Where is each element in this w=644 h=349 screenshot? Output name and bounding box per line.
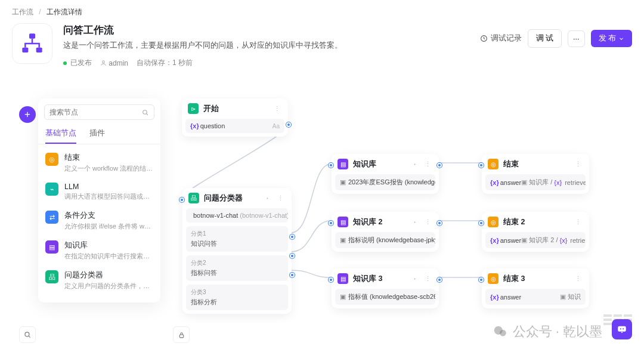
node-menu-icon[interactable]: ⋮	[573, 275, 583, 283]
svg-point-5	[143, 110, 147, 114]
port-out[interactable]	[286, 122, 291, 127]
lock-icon	[178, 331, 185, 339]
node-param: ▣2023年度ESG报告 (knowledgebase...	[335, 174, 435, 190]
svg-point-6	[25, 332, 29, 336]
play-icon[interactable]	[411, 219, 418, 226]
node-kb-3[interactable]: ▤ 知识库 3 ⋮ ▣指标值 (knowledgebase-scb26l)	[332, 268, 439, 308]
port-in[interactable]	[329, 277, 333, 282]
svg-point-3	[103, 60, 105, 63]
svg-point-11	[620, 328, 621, 329]
breadcrumb-sep: /	[39, 8, 41, 16]
publish-button[interactable]: 发 布	[591, 30, 632, 47]
node-title: 结束	[503, 159, 568, 169]
classifier-cat-2: 分类2指标问答	[186, 255, 288, 281]
classifier-cat-1: 分类1知识问答	[186, 226, 288, 252]
node-menu-icon[interactable]: ⋮	[573, 160, 583, 168]
page-desc: 这是一个问答工作流，主要是根据用户不同的问题，从对应的知识库中寻找答案。	[63, 41, 480, 51]
node-title: 结束 2	[503, 217, 568, 227]
port-in[interactable]	[479, 163, 484, 168]
search-icon[interactable]	[141, 109, 149, 116]
sitemap-icon	[20, 32, 44, 55]
classifier-icon: 品	[188, 193, 199, 203]
status-badge: 已发布	[63, 58, 92, 68]
node-palette: 基础节点 插件 ◎ 结束定义一个 workflow 流程的结束和... ⌁ LL…	[38, 98, 160, 302]
zoom-icon	[23, 331, 32, 339]
port-in[interactable]	[479, 221, 484, 226]
port-in[interactable]	[179, 197, 184, 202]
play-icon[interactable]	[264, 195, 271, 202]
port-in[interactable]	[329, 221, 333, 226]
node-end-2[interactable]: ◎ 结束 2 ⋮ {x}answer ▣知识库 2 / {x}retrie	[482, 212, 589, 252]
history-button[interactable]: 调试记录	[480, 33, 522, 44]
page-title: 问答工作流	[63, 23, 480, 37]
lock-button[interactable]	[173, 326, 190, 343]
tab-basic[interactable]: 基础节点	[45, 123, 76, 144]
node-param: {x}question Aa	[185, 119, 284, 133]
kb-icon: ▤	[338, 159, 348, 169]
workflow-icon	[12, 23, 52, 64]
tab-plugins[interactable]: 插件	[89, 123, 105, 144]
classifier-cat-3: 分类3指标分析	[186, 285, 288, 310]
search-input[interactable]	[49, 108, 141, 116]
node-title: 知识库 3	[353, 274, 407, 284]
node-title: 结束 3	[503, 274, 568, 284]
node-start[interactable]: ⊳ 开始 ⋮ {x}question Aa	[182, 98, 288, 137]
debug-button[interactable]: 调 试	[528, 29, 562, 48]
play-icon[interactable]	[411, 161, 418, 168]
palette-knowledge[interactable]: ▤ 知识库在指定的知识库中进行搜索，召回...	[38, 236, 160, 265]
chat-icon	[617, 324, 627, 335]
search-input-container	[44, 104, 154, 120]
port-out[interactable]	[437, 221, 442, 226]
zoom-button[interactable]	[19, 326, 36, 343]
node-param: ▣指标说明 (knowledgebase-jpky3j)	[335, 232, 435, 248]
port-out[interactable]	[437, 163, 442, 168]
breadcrumb-current: 工作流详情	[47, 8, 82, 16]
end-icon: ◎	[488, 159, 499, 169]
wechat-icon	[493, 324, 508, 339]
node-param: {x}answer ▣知识库 2 / {x}retrie	[485, 232, 586, 248]
port-out[interactable]	[437, 277, 442, 282]
chat-fab[interactable]	[612, 319, 632, 339]
kb-icon: ▤	[45, 240, 58, 254]
port-out-2[interactable]	[290, 254, 295, 258]
node-menu-icon[interactable]: ⋮	[423, 160, 433, 168]
node-end-3[interactable]: ◎ 结束 3 ⋮ {x}answer ▣知识	[482, 268, 589, 308]
breadcrumb: 工作流 / 工作流详情	[0, 0, 644, 21]
owner: admin	[100, 59, 128, 67]
palette-end[interactable]: ◎ 结束定义一个 workflow 流程的结束和...	[38, 148, 160, 178]
classifier-model: botnow-v1-chat (botnow-v1-chat)	[186, 208, 288, 223]
node-end-1[interactable]: ◎ 结束 ⋮ {x}answer ▣知识库 / {x}retrieve	[482, 154, 589, 194]
node-menu-icon[interactable]: ⋮	[272, 105, 282, 113]
kb-icon: ▤	[338, 217, 348, 227]
node-classifier[interactable]: 品 问题分类器 ⋮ botnow-v1-chat (botnow-v1-chat…	[182, 188, 292, 314]
palette-condition[interactable]: ⇄ 条件分支允许你根据 if/else 条件将 workflo...	[38, 206, 160, 236]
node-title: 知识库 2	[353, 217, 407, 227]
kb-icon: ▤	[338, 273, 348, 284]
node-kb-2[interactable]: ▤ 知识库 2 ⋮ ▣指标说明 (knowledgebase-jpky3j)	[332, 212, 439, 252]
node-kb-1[interactable]: ▤ 知识库 ⋮ ▣2023年度ESG报告 (knowledgebase...	[332, 154, 439, 194]
palette-classifier[interactable]: 品 问题分类器定义用户问题的分类条件，LLM 能...	[38, 265, 160, 295]
port-in[interactable]	[479, 277, 484, 282]
port-out-1[interactable]	[290, 234, 295, 239]
svg-point-12	[623, 328, 624, 329]
autosave: 自动保存：1 秒前	[137, 58, 193, 68]
palette-llm[interactable]: ⌁ LLM调用大语言模型回答问题或者对自...	[38, 178, 160, 206]
port-in[interactable]	[329, 163, 333, 168]
user-icon	[100, 60, 107, 66]
breadcrumb-root[interactable]: 工作流	[12, 8, 33, 16]
svg-rect-2	[36, 48, 42, 52]
port-out-3[interactable]	[290, 273, 295, 277]
add-node-fab[interactable]: +	[19, 106, 36, 123]
svg-rect-10	[618, 326, 626, 332]
play-icon[interactable]	[411, 276, 418, 282]
end-icon: ◎	[488, 217, 499, 227]
node-list: ◎ 结束定义一个 workflow 流程的结束和... ⌁ LLM调用大语言模型…	[38, 144, 160, 299]
node-menu-icon[interactable]: ⋮	[423, 275, 433, 283]
node-menu-icon[interactable]: ⋮	[573, 218, 583, 226]
page-header: 问答工作流 这是一个问答工作流，主要是根据用户不同的问题，从对应的知识库中寻找答…	[0, 21, 644, 80]
end-icon: ◎	[488, 273, 499, 284]
more-button[interactable]: ···	[568, 30, 584, 47]
node-menu-icon[interactable]: ⋮	[423, 218, 433, 226]
node-menu-icon[interactable]: ⋮	[275, 194, 286, 202]
watermark: 公众号 · 乾以墨	[493, 323, 602, 341]
